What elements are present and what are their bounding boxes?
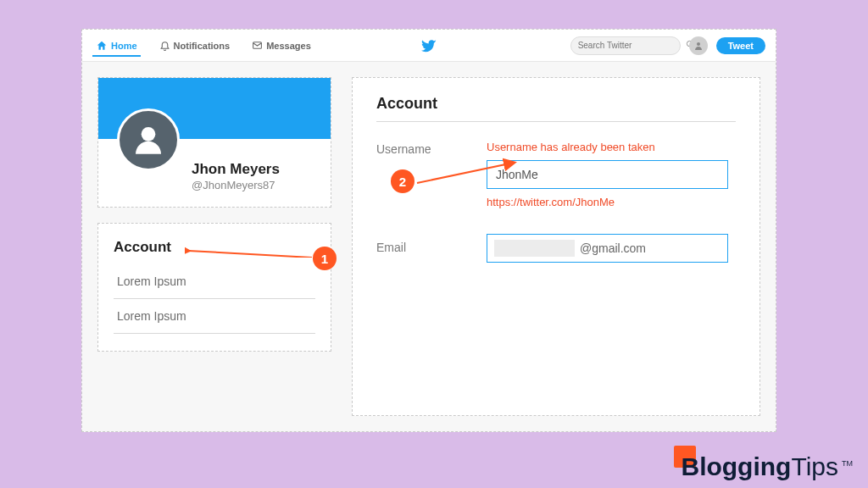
annotation-badge-1: 1 bbox=[313, 247, 337, 270]
email-input[interactable]: @gmail.com bbox=[487, 234, 728, 263]
nav-messages[interactable]: Messages bbox=[248, 35, 314, 56]
home-icon bbox=[96, 40, 108, 52]
nav-home-label: Home bbox=[111, 41, 137, 51]
settings-panel: Account Username Username has already be… bbox=[352, 77, 760, 416]
avatar-large bbox=[117, 108, 180, 171]
username-row: Username Username has already been taken… bbox=[376, 141, 736, 208]
watermark: BloggingTips TM bbox=[655, 452, 853, 481]
watermark-tm: TM bbox=[842, 459, 853, 468]
sidebar-item[interactable]: Lorem Ipsum bbox=[114, 264, 315, 299]
app-window: Home Notifications Messages bbox=[81, 29, 776, 432]
search-input[interactable] bbox=[578, 41, 686, 50]
nav-home[interactable]: Home bbox=[92, 35, 141, 57]
username-error: Username has already been taken bbox=[487, 141, 736, 153]
email-label: Email bbox=[376, 234, 487, 254]
sidebar-menu-title[interactable]: Account bbox=[114, 239, 315, 264]
email-row: Email @gmail.com bbox=[376, 234, 736, 263]
handle: @JhonMeyers87 bbox=[192, 179, 319, 191]
sidebar-item[interactable]: Lorem Ipsum bbox=[114, 299, 315, 334]
display-name: Jhon Meyers bbox=[192, 161, 319, 178]
main-area: Jhon Meyers @JhonMeyers87 Account Lorem … bbox=[82, 62, 776, 431]
username-input[interactable] bbox=[487, 160, 728, 189]
settings-title: Account bbox=[376, 95, 736, 122]
watermark-text-1: Blogging bbox=[681, 452, 791, 480]
email-domain: @gmail.com bbox=[580, 241, 646, 255]
search-box[interactable] bbox=[570, 36, 681, 55]
nav-messages-label: Messages bbox=[266, 41, 311, 51]
topbar: Home Notifications Messages bbox=[82, 30, 776, 62]
sidebar-menu: Account Lorem Ipsum Lorem Ipsum bbox=[97, 223, 331, 352]
avatar-small[interactable] bbox=[689, 36, 708, 55]
bell-icon bbox=[159, 40, 170, 51]
nav-notifications-label: Notifications bbox=[174, 41, 231, 51]
svg-point-3 bbox=[142, 127, 156, 141]
watermark-text-2: Tips bbox=[791, 452, 838, 480]
app-logo bbox=[421, 38, 437, 53]
profile-card: Jhon Meyers @JhonMeyers87 bbox=[97, 77, 331, 208]
username-label: Username bbox=[376, 141, 487, 156]
annotation-badge-2: 2 bbox=[391, 169, 415, 193]
username-url: https://twitter.com/JhonMe bbox=[487, 196, 736, 208]
email-redacted bbox=[494, 240, 575, 257]
svg-point-2 bbox=[697, 42, 700, 46]
tweet-button[interactable]: Tweet bbox=[716, 37, 765, 54]
nav-notifications[interactable]: Notifications bbox=[156, 35, 234, 56]
mail-icon bbox=[252, 40, 263, 51]
